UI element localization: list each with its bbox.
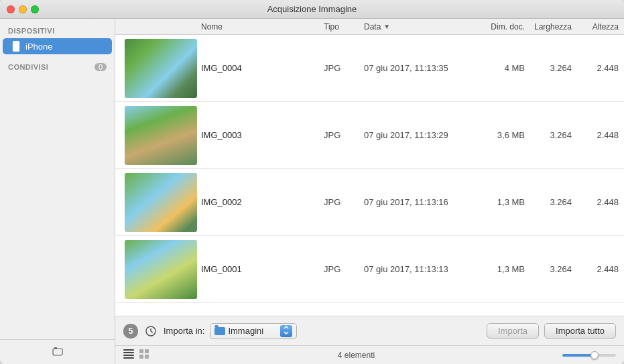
cell-type: JPG bbox=[324, 264, 364, 274]
svg-point-2 bbox=[15, 50, 17, 52]
cell-date: 07 giu 2017, 11:13:13 bbox=[364, 264, 471, 274]
col-header-date[interactable]: Data ▼ bbox=[364, 22, 471, 32]
photo-thumbnail bbox=[125, 106, 197, 165]
photo-thumbnail bbox=[125, 240, 197, 299]
svg-rect-10 bbox=[123, 355, 134, 356]
col-height-label: Altezza bbox=[592, 22, 619, 32]
photo-thumbnail bbox=[125, 39, 197, 98]
shared-badge: 0 bbox=[95, 63, 107, 71]
table-body: IMG_0004 JPG 07 giu 2017, 11:13:35 4 MB … bbox=[115, 35, 624, 316]
col-header-height[interactable]: Altezza bbox=[572, 21, 619, 32]
shared-section-header: CONDIVISI bbox=[8, 63, 48, 71]
cell-name: IMG_0004 bbox=[201, 63, 324, 73]
status-bar: 4 elementi bbox=[115, 345, 624, 364]
table-row[interactable]: IMG_0003 JPG 07 giu 2017, 11:13:29 3,6 M… bbox=[115, 102, 624, 169]
svg-rect-8 bbox=[123, 349, 134, 351]
maximize-button[interactable] bbox=[31, 5, 39, 13]
col-size-label: Dim. doc. bbox=[491, 22, 525, 32]
import-all-button[interactable]: Importa tutto bbox=[544, 323, 616, 339]
cell-width: 3.264 bbox=[525, 264, 572, 274]
svg-rect-11 bbox=[123, 357, 134, 359]
titlebar: Acquisizione Immagine bbox=[0, 0, 624, 19]
bottom-bar: 5 Importa in: Immagini bbox=[115, 316, 624, 345]
cell-type: JPG bbox=[324, 63, 364, 73]
content-area: DISPOSITIVI iPhone CONDIVISI 0 bbox=[0, 19, 624, 364]
main-window: Acquisizione Immagine DISPOSITIVI iPhone… bbox=[0, 0, 624, 364]
import-button[interactable]: Importa bbox=[487, 323, 539, 339]
col-header-name[interactable]: Nome bbox=[201, 21, 324, 32]
destination-dropdown-arrow[interactable] bbox=[280, 325, 292, 337]
cell-height: 2.448 bbox=[572, 197, 619, 207]
photo-thumbnail bbox=[125, 173, 197, 232]
import-destination-selector[interactable]: Immagini bbox=[210, 323, 297, 339]
cell-name: IMG_0003 bbox=[201, 130, 324, 140]
minimize-button[interactable] bbox=[19, 5, 27, 13]
col-header-type[interactable]: Tipo bbox=[324, 21, 364, 32]
cell-size: 1,3 MB bbox=[471, 264, 525, 274]
cell-width: 3.264 bbox=[525, 63, 572, 73]
thumb-cell bbox=[121, 240, 201, 299]
cell-size: 3,6 MB bbox=[471, 130, 525, 140]
import-label: Importa in: bbox=[164, 326, 204, 336]
cell-size: 1,3 MB bbox=[471, 197, 525, 207]
cell-size: 4 MB bbox=[471, 63, 525, 73]
cell-date: 07 giu 2017, 11:13:16 bbox=[364, 197, 471, 207]
svg-rect-3 bbox=[53, 349, 62, 355]
svg-rect-13 bbox=[145, 349, 149, 353]
col-width-label: Larghezza bbox=[534, 22, 572, 32]
slider-thumb[interactable] bbox=[590, 351, 599, 359]
cell-height: 2.448 bbox=[572, 264, 619, 274]
thumb-cell bbox=[121, 106, 201, 165]
view-list-icon[interactable] bbox=[123, 349, 134, 361]
view-grid-icon[interactable] bbox=[139, 349, 150, 361]
iphone-label: iPhone bbox=[25, 42, 52, 52]
table-row[interactable]: IMG_0001 JPG 07 giu 2017, 11:13:13 1,3 M… bbox=[115, 236, 624, 303]
col-type-label: Tipo bbox=[324, 22, 339, 32]
table-header: Nome Tipo Data ▼ Dim. doc. Larghezza Alt… bbox=[115, 19, 624, 35]
sidebar-bottom-action[interactable] bbox=[51, 345, 64, 359]
cell-date: 07 giu 2017, 11:13:35 bbox=[364, 63, 471, 73]
table-row[interactable]: IMG_0004 JPG 07 giu 2017, 11:13:35 4 MB … bbox=[115, 35, 624, 102]
thumb-cell bbox=[121, 173, 201, 232]
status-count: 4 elementi bbox=[150, 351, 562, 360]
svg-rect-12 bbox=[139, 349, 143, 353]
cell-date: 07 giu 2017, 11:13:29 bbox=[364, 130, 471, 140]
destination-label: Immagini bbox=[228, 326, 263, 336]
iphone-icon bbox=[11, 41, 21, 52]
col-header-size[interactable]: Dim. doc. bbox=[471, 21, 525, 32]
thumb-cell bbox=[121, 39, 201, 98]
main-area: Nome Tipo Data ▼ Dim. doc. Larghezza Alt… bbox=[115, 19, 624, 364]
cell-name: IMG_0001 bbox=[201, 264, 324, 274]
col-name-label: Nome bbox=[201, 22, 223, 32]
col-header-width[interactable]: Larghezza bbox=[525, 21, 572, 32]
cell-name: IMG_0002 bbox=[201, 197, 324, 207]
window-title: Acquisizione Immagine bbox=[267, 4, 357, 14]
clock-icon[interactable] bbox=[143, 324, 158, 339]
svg-rect-1 bbox=[13, 42, 19, 50]
count-badge: 5 bbox=[123, 324, 138, 339]
svg-rect-15 bbox=[145, 355, 149, 359]
sort-arrow-icon: ▼ bbox=[383, 23, 390, 30]
cell-width: 3.264 bbox=[525, 197, 572, 207]
cell-type: JPG bbox=[324, 130, 364, 140]
svg-rect-14 bbox=[139, 355, 143, 359]
svg-line-7 bbox=[151, 331, 153, 332]
table-row[interactable]: IMG_0002 JPG 07 giu 2017, 11:13:16 1,3 M… bbox=[115, 169, 624, 236]
zoom-slider[interactable] bbox=[562, 354, 616, 357]
close-button[interactable] bbox=[7, 5, 15, 13]
shared-section: CONDIVISI 0 bbox=[0, 60, 115, 74]
cell-height: 2.448 bbox=[572, 130, 619, 140]
window-controls bbox=[7, 5, 39, 13]
sidebar: DISPOSITIVI iPhone CONDIVISI 0 bbox=[0, 19, 115, 364]
col-date-label: Data bbox=[364, 22, 381, 32]
sidebar-item-iphone[interactable]: iPhone bbox=[3, 38, 112, 54]
cell-width: 3.264 bbox=[525, 130, 572, 140]
folder-icon bbox=[214, 327, 225, 335]
cell-type: JPG bbox=[324, 197, 364, 207]
devices-section-header: DISPOSITIVI bbox=[0, 24, 115, 38]
slider-track[interactable] bbox=[562, 354, 616, 357]
svg-rect-9 bbox=[123, 352, 134, 353]
svg-rect-4 bbox=[54, 347, 57, 349]
cell-height: 2.448 bbox=[572, 63, 619, 73]
